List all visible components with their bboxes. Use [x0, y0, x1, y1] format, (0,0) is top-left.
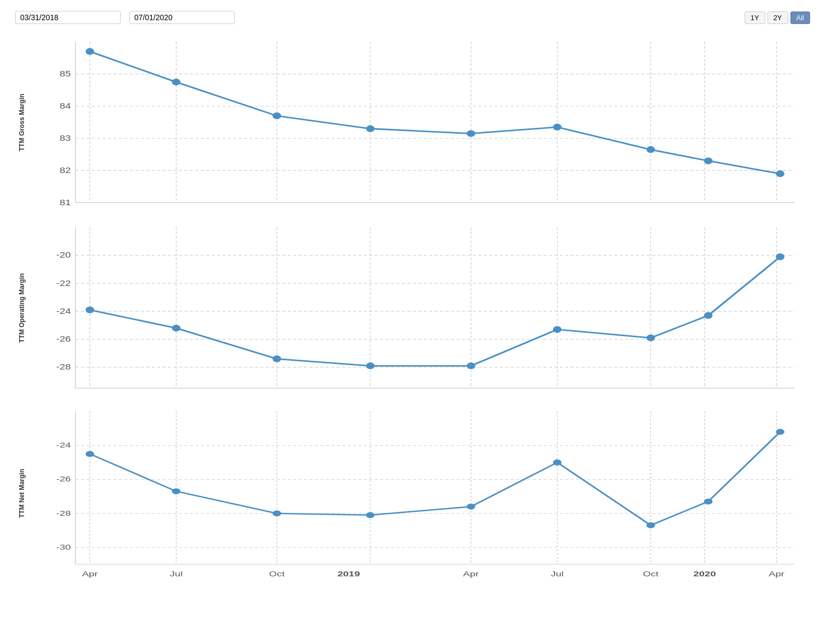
svg-point-80	[366, 512, 374, 518]
svg-point-52	[366, 363, 374, 369]
svg-point-84	[704, 499, 712, 504]
svg-text:Oct: Oct	[643, 570, 659, 578]
svg-point-19	[86, 49, 94, 55]
operating-margin-chart: TTM Operating Margin -28-26-24-22-20	[11, 215, 810, 401]
svg-text:Jul: Jul	[170, 570, 183, 578]
gross-margin-chart: TTM Gross Margin 8182838485	[11, 29, 810, 215]
svg-text:-20: -20	[56, 251, 71, 260]
operating-margin-svg: -28-26-24-22-20	[33, 215, 810, 401]
svg-text:Apr: Apr	[463, 570, 479, 578]
svg-text:81: 81	[60, 198, 71, 207]
svg-text:85: 85	[60, 69, 71, 79]
svg-point-21	[273, 113, 281, 119]
svg-point-77	[86, 451, 94, 457]
operating-margin-y-label: TTM Operating Margin	[11, 215, 33, 401]
svg-text:-30: -30	[56, 544, 71, 551]
zoom-controls: 1Y 2Y All	[742, 11, 810, 24]
svg-text:Jul: Jul	[551, 570, 564, 578]
svg-text:-28: -28	[56, 509, 71, 517]
svg-point-79	[273, 511, 281, 516]
net-margin-y-label: TTM Net Margin	[11, 401, 33, 586]
gross-margin-y-label: TTM Gross Margin	[11, 29, 33, 215]
svg-point-81	[467, 504, 475, 509]
zoom-2y-button[interactable]: 2Y	[768, 11, 788, 24]
to-date-input[interactable]	[129, 11, 235, 24]
svg-point-53	[467, 363, 475, 369]
from-date-input[interactable]	[15, 11, 121, 24]
svg-point-85	[776, 429, 784, 434]
svg-point-23	[467, 130, 475, 136]
svg-point-55	[647, 335, 655, 341]
svg-text:Apr: Apr	[82, 570, 98, 578]
svg-text:-28: -28	[56, 362, 71, 372]
net-margin-area: -30-28-26-24AprJulOct2019AprJulOct2020Ap…	[33, 401, 810, 586]
svg-text:2020: 2020	[693, 570, 716, 578]
net-margin-chart: TTM Net Margin -30-28-26-24AprJulOct2019…	[11, 401, 810, 586]
svg-point-57	[776, 254, 784, 260]
svg-point-27	[776, 171, 784, 177]
svg-point-24	[554, 124, 561, 130]
svg-text:84: 84	[60, 102, 71, 111]
charts-container: TTM Gross Margin 8182838485 TTM Operatin…	[11, 29, 810, 586]
svg-point-51	[273, 356, 281, 362]
svg-point-22	[366, 126, 374, 132]
zoom-1y-button[interactable]: 1Y	[745, 11, 765, 24]
net-margin-svg: -30-28-26-24AprJulOct2019AprJulOct2020Ap…	[33, 401, 810, 586]
svg-text:-26: -26	[56, 475, 71, 483]
svg-point-50	[172, 325, 180, 331]
controls-bar: 1Y 2Y All	[11, 11, 810, 24]
svg-text:-26: -26	[56, 335, 71, 344]
date-controls	[11, 11, 235, 24]
svg-text:-24: -24	[56, 442, 71, 449]
gross-margin-svg: 8182838485	[33, 29, 810, 215]
svg-text:-22: -22	[56, 278, 71, 288]
zoom-all-button[interactable]: All	[790, 11, 810, 24]
svg-point-26	[704, 158, 712, 164]
operating-margin-area: -28-26-24-22-20	[33, 215, 810, 401]
svg-text:-24: -24	[56, 307, 71, 316]
svg-text:Apr: Apr	[769, 570, 785, 578]
svg-point-56	[704, 312, 712, 318]
gross-margin-area: 8182838485	[33, 29, 810, 215]
svg-point-20	[172, 79, 180, 85]
svg-point-54	[554, 326, 561, 332]
svg-point-82	[554, 460, 561, 465]
svg-point-83	[647, 522, 655, 528]
svg-point-25	[647, 146, 655, 152]
svg-text:2019: 2019	[337, 570, 360, 578]
svg-text:Oct: Oct	[269, 570, 285, 578]
svg-text:82: 82	[60, 166, 71, 175]
svg-text:83: 83	[60, 134, 71, 143]
svg-point-78	[172, 488, 180, 494]
svg-point-49	[86, 307, 94, 313]
